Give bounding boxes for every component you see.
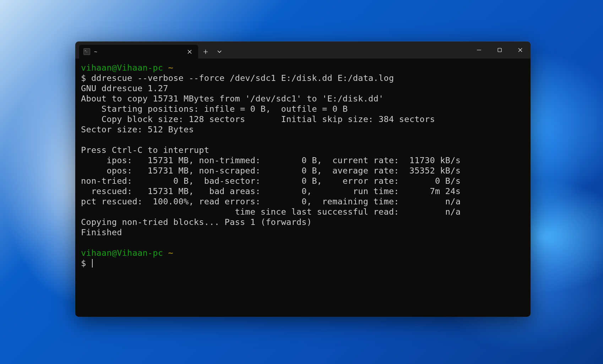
output-line: rescued: 15731 MB, bad areas: 0, run tim… [81,186,461,196]
close-icon [188,50,192,54]
prompt-path: ~ [163,248,173,258]
output-line: time since last successful read: n/a [81,207,461,217]
close-window-button[interactable] [510,42,531,59]
maximize-icon [498,48,502,52]
output-line: pct rescued: 100.00%, read errors: 0, re… [81,197,461,206]
command-text: ddrescue --verbose --force /dev/sdc1 E:/… [91,73,394,83]
output-line: ipos: 15731 MB, non-trimmed: 0 B, curren… [81,155,461,165]
output-line: Copying non-tried blocks... Pass 1 (forw… [81,217,312,227]
new-tab-button[interactable] [198,45,213,59]
prompt-symbol: $ [81,73,91,83]
text-cursor [92,259,93,268]
prompt-path: ~ [163,63,173,73]
output-line: Copy block size: 128 sectors Initial ski… [81,114,435,124]
minimize-icon [477,48,481,52]
svg-rect-0 [498,48,501,52]
active-tab[interactable]: ~ [79,45,198,59]
minimize-button[interactable] [469,42,489,59]
close-tab-button[interactable] [185,48,194,56]
output-line: Press Ctrl-C to interrupt [81,145,209,155]
prompt-symbol: $ [81,258,91,268]
output-line: Finished [81,227,122,237]
maximize-button[interactable] [489,42,510,59]
tab-title: ~ [94,49,185,55]
output-line: opos: 15731 MB, non-scraped: 0 B, averag… [81,166,461,176]
terminal-icon [83,48,90,55]
plus-icon [203,50,208,54]
tab-actions [198,45,226,59]
titlebar[interactable]: ~ [75,42,531,59]
output-line: GNU ddrescue 1.27 [81,83,168,93]
prompt-user: vihaan@Vihaan-pc [81,63,163,73]
output-line: About to copy 15731 MBytes from '/dev/sd… [81,94,384,104]
tab-dropdown-button[interactable] [213,45,226,59]
output-line: Starting positions: infile = 0 B, outfil… [81,104,348,114]
output-line: non-tried: 0 B, bad-sector: 0 B, error r… [81,176,461,186]
chevron-down-icon [217,50,222,53]
output-line: Sector size: 512 Bytes [81,125,194,134]
prompt-user: vihaan@Vihaan-pc [81,248,163,258]
close-icon [518,48,522,52]
terminal-output[interactable]: vihaan@Vihaan-pc ~ $ ddrescue --verbose … [75,59,531,317]
window-controls [469,42,531,59]
terminal-window: ~ [75,42,531,317]
